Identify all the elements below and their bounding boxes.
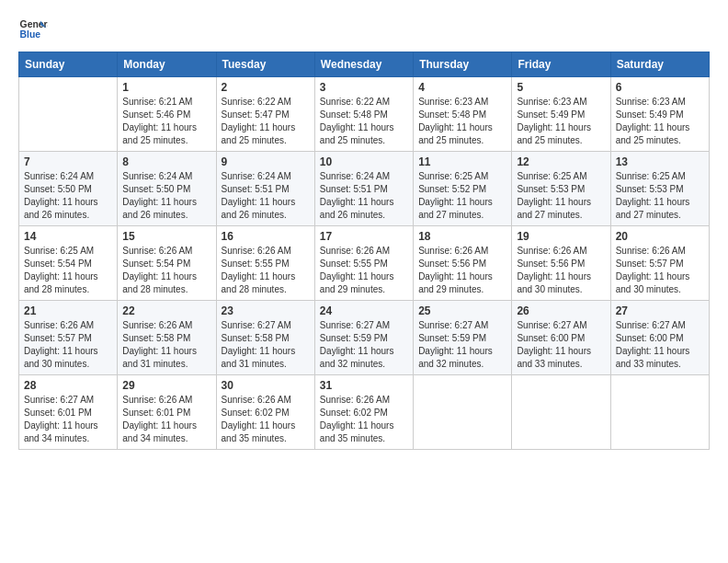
- calendar-cell: 16Sunrise: 6:26 AM Sunset: 5:55 PM Dayli…: [216, 226, 314, 301]
- calendar-cell: 29Sunrise: 6:26 AM Sunset: 6:01 PM Dayli…: [118, 375, 216, 450]
- day-info: Sunrise: 6:22 AM Sunset: 5:47 PM Dayligh…: [222, 96, 310, 147]
- calendar-week-row: 21Sunrise: 6:26 AM Sunset: 5:57 PM Dayli…: [19, 301, 710, 375]
- day-info: Sunrise: 6:26 AM Sunset: 6:02 PM Dayligh…: [320, 394, 408, 445]
- day-number: 5: [517, 81, 605, 94]
- weekday-label: Saturday: [610, 52, 709, 77]
- calendar-week-row: 28Sunrise: 6:27 AM Sunset: 6:01 PM Dayli…: [19, 375, 710, 450]
- calendar-cell: 9Sunrise: 6:24 AM Sunset: 5:51 PM Daylig…: [216, 152, 314, 226]
- day-number: 7: [24, 155, 112, 168]
- calendar-cell: 7Sunrise: 6:24 AM Sunset: 5:50 PM Daylig…: [19, 152, 118, 226]
- day-number: 19: [517, 230, 605, 243]
- day-number: 3: [320, 81, 408, 94]
- weekday-label: Monday: [118, 52, 216, 77]
- calendar-week-row: 7Sunrise: 6:24 AM Sunset: 5:50 PM Daylig…: [19, 152, 710, 226]
- day-number: 8: [122, 155, 210, 168]
- day-number: 31: [320, 379, 408, 392]
- calendar-cell: 23Sunrise: 6:27 AM Sunset: 5:58 PM Dayli…: [216, 301, 314, 375]
- calendar-cell: 21Sunrise: 6:26 AM Sunset: 5:57 PM Dayli…: [19, 301, 118, 375]
- day-number: 23: [222, 304, 310, 317]
- calendar-cell: 31Sunrise: 6:26 AM Sunset: 6:02 PM Dayli…: [314, 375, 413, 450]
- weekday-label: Tuesday: [216, 52, 314, 77]
- day-info: Sunrise: 6:26 AM Sunset: 6:01 PM Dayligh…: [122, 394, 210, 445]
- calendar-cell: 27Sunrise: 6:27 AM Sunset: 6:00 PM Dayli…: [610, 301, 709, 375]
- day-number: 27: [616, 304, 704, 317]
- calendar-cell: 1Sunrise: 6:21 AM Sunset: 5:46 PM Daylig…: [118, 77, 216, 152]
- calendar-cell: 3Sunrise: 6:22 AM Sunset: 5:48 PM Daylig…: [314, 77, 413, 152]
- day-number: 2: [222, 81, 310, 94]
- day-info: Sunrise: 6:23 AM Sunset: 5:48 PM Dayligh…: [418, 96, 506, 147]
- day-info: Sunrise: 6:24 AM Sunset: 5:50 PM Dayligh…: [24, 170, 112, 222]
- day-number: 6: [616, 81, 704, 94]
- day-number: 28: [24, 379, 112, 392]
- calendar-week-row: 14Sunrise: 6:25 AM Sunset: 5:54 PM Dayli…: [19, 226, 710, 301]
- day-number: 13: [616, 155, 704, 168]
- day-number: 14: [24, 230, 112, 243]
- calendar-cell: 4Sunrise: 6:23 AM Sunset: 5:48 PM Daylig…: [414, 77, 512, 152]
- calendar-cell: 12Sunrise: 6:25 AM Sunset: 5:53 PM Dayli…: [512, 152, 610, 226]
- day-info: Sunrise: 6:23 AM Sunset: 5:49 PM Dayligh…: [517, 96, 605, 147]
- day-info: Sunrise: 6:26 AM Sunset: 5:55 PM Dayligh…: [222, 245, 310, 296]
- day-info: Sunrise: 6:24 AM Sunset: 5:50 PM Dayligh…: [122, 170, 210, 222]
- weekday-label: Thursday: [414, 52, 512, 77]
- weekday-label: Sunday: [19, 52, 118, 77]
- day-info: Sunrise: 6:21 AM Sunset: 5:46 PM Dayligh…: [122, 96, 210, 147]
- calendar-cell: 10Sunrise: 6:24 AM Sunset: 5:51 PM Dayli…: [314, 152, 413, 226]
- day-info: Sunrise: 6:27 AM Sunset: 5:59 PM Dayligh…: [418, 319, 506, 371]
- day-number: 30: [222, 379, 310, 392]
- calendar-cell: 6Sunrise: 6:23 AM Sunset: 5:49 PM Daylig…: [610, 77, 709, 152]
- day-info: Sunrise: 6:24 AM Sunset: 5:51 PM Dayligh…: [320, 170, 408, 222]
- day-number: 26: [517, 304, 605, 317]
- day-number: 20: [616, 230, 704, 243]
- day-number: 10: [320, 155, 408, 168]
- day-number: 24: [320, 304, 408, 317]
- day-info: Sunrise: 6:26 AM Sunset: 5:58 PM Dayligh…: [122, 319, 210, 371]
- day-number: 1: [122, 81, 210, 94]
- day-info: Sunrise: 6:26 AM Sunset: 5:56 PM Dayligh…: [517, 245, 605, 296]
- day-info: Sunrise: 6:22 AM Sunset: 5:48 PM Dayligh…: [320, 96, 408, 147]
- calendar-cell: 18Sunrise: 6:26 AM Sunset: 5:56 PM Dayli…: [414, 226, 512, 301]
- day-number: 18: [418, 230, 506, 243]
- day-number: 25: [418, 304, 506, 317]
- day-number: 16: [222, 230, 310, 243]
- svg-text:Blue: Blue: [20, 29, 41, 40]
- day-number: 15: [122, 230, 210, 243]
- day-info: Sunrise: 6:26 AM Sunset: 5:57 PM Dayligh…: [24, 319, 112, 371]
- day-info: Sunrise: 6:26 AM Sunset: 5:55 PM Dayligh…: [320, 245, 408, 296]
- calendar-cell: [512, 375, 610, 450]
- day-number: 4: [418, 81, 506, 94]
- calendar-cell: 15Sunrise: 6:26 AM Sunset: 5:54 PM Dayli…: [118, 226, 216, 301]
- calendar-cell: 8Sunrise: 6:24 AM Sunset: 5:50 PM Daylig…: [118, 152, 216, 226]
- calendar-cell: 14Sunrise: 6:25 AM Sunset: 5:54 PM Dayli…: [19, 226, 118, 301]
- day-info: Sunrise: 6:25 AM Sunset: 5:52 PM Dayligh…: [418, 170, 506, 222]
- calendar-cell: 17Sunrise: 6:26 AM Sunset: 5:55 PM Dayli…: [314, 226, 413, 301]
- day-number: 9: [222, 155, 310, 168]
- day-info: Sunrise: 6:24 AM Sunset: 5:51 PM Dayligh…: [222, 170, 310, 222]
- calendar-cell: 22Sunrise: 6:26 AM Sunset: 5:58 PM Dayli…: [118, 301, 216, 375]
- day-info: Sunrise: 6:23 AM Sunset: 5:49 PM Dayligh…: [616, 96, 704, 147]
- weekday-label: Wednesday: [314, 52, 413, 77]
- calendar-cell: 5Sunrise: 6:23 AM Sunset: 5:49 PM Daylig…: [512, 77, 610, 152]
- logo: General Blue: [18, 15, 48, 44]
- day-number: 21: [24, 304, 112, 317]
- day-info: Sunrise: 6:27 AM Sunset: 6:01 PM Dayligh…: [24, 394, 112, 445]
- calendar-cell: 24Sunrise: 6:27 AM Sunset: 5:59 PM Dayli…: [314, 301, 413, 375]
- day-number: 17: [320, 230, 408, 243]
- day-info: Sunrise: 6:25 AM Sunset: 5:54 PM Dayligh…: [24, 245, 112, 296]
- calendar-cell: 13Sunrise: 6:25 AM Sunset: 5:53 PM Dayli…: [610, 152, 709, 226]
- day-info: Sunrise: 6:26 AM Sunset: 6:02 PM Dayligh…: [222, 394, 310, 445]
- day-info: Sunrise: 6:27 AM Sunset: 6:00 PM Dayligh…: [616, 319, 704, 371]
- calendar-cell: 30Sunrise: 6:26 AM Sunset: 6:02 PM Dayli…: [216, 375, 314, 450]
- weekday-header-row: SundayMondayTuesdayWednesdayThursdayFrid…: [19, 52, 710, 77]
- calendar-cell: [610, 375, 709, 450]
- calendar-table: SundayMondayTuesdayWednesdayThursdayFrid…: [18, 52, 710, 450]
- day-info: Sunrise: 6:27 AM Sunset: 5:59 PM Dayligh…: [320, 319, 408, 371]
- calendar-cell: 2Sunrise: 6:22 AM Sunset: 5:47 PM Daylig…: [216, 77, 314, 152]
- calendar-cell: [414, 375, 512, 450]
- day-number: 12: [517, 155, 605, 168]
- day-number: 11: [418, 155, 506, 168]
- day-info: Sunrise: 6:27 AM Sunset: 6:00 PM Dayligh…: [517, 319, 605, 371]
- logo-icon: General Blue: [18, 15, 48, 44]
- day-info: Sunrise: 6:26 AM Sunset: 5:56 PM Dayligh…: [418, 245, 506, 296]
- day-info: Sunrise: 6:25 AM Sunset: 5:53 PM Dayligh…: [616, 170, 704, 222]
- calendar-cell: 11Sunrise: 6:25 AM Sunset: 5:52 PM Dayli…: [414, 152, 512, 226]
